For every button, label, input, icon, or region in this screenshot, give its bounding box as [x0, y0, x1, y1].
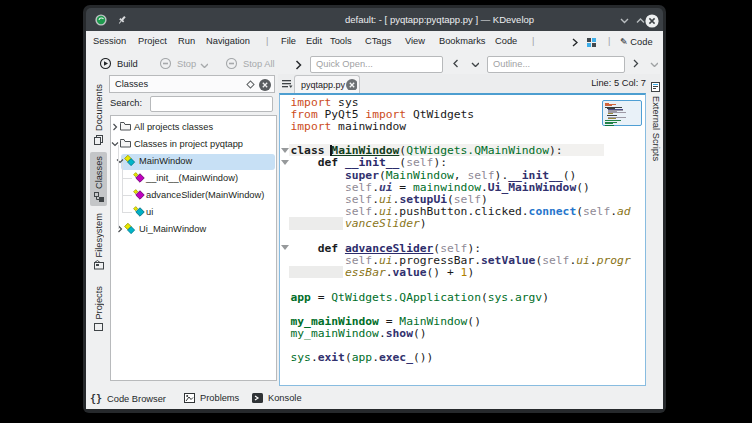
code-token: . — [372, 351, 379, 364]
code-token: . — [372, 181, 379, 194]
code-token: self — [345, 254, 372, 267]
statusbar-konsole-button[interactable]: Konsole — [252, 393, 302, 403]
code-token: def — [318, 242, 338, 255]
code-token: setValue — [481, 254, 535, 267]
sidebar-tab-label: External Scripts — [651, 96, 661, 161]
code-token: . — [311, 351, 318, 364]
code-token: ( — [447, 193, 454, 206]
code-token: mainwindow — [331, 120, 406, 133]
code-token: connect — [529, 205, 577, 218]
code-token: vanceSlider — [345, 217, 420, 230]
code-token: self — [406, 156, 433, 169]
minimize-button[interactable] — [620, 17, 629, 24]
fold-arrow-icon[interactable] — [281, 148, 289, 153]
window-content: SessionProjectRunNavigation|FileEditTool… — [86, 31, 663, 409]
fold-arrow-icon[interactable] — [281, 245, 289, 250]
code-token — [291, 205, 345, 218]
code-line: app = QtWidgets.QApplication(sys.argv) — [291, 291, 550, 304]
code-token: exit — [318, 351, 345, 364]
code-token: ui — [379, 181, 393, 194]
window-title: default: - [ pyqtapp:pyqtapp.py ] — KDev… — [345, 14, 534, 25]
scripts-icon — [651, 82, 660, 92]
titlebar[interactable]: default: - [ pyqtapp:pyqtapp.py ] — KDev… — [86, 8, 663, 33]
code-token: . — [481, 181, 488, 194]
sidebar-tab-external-scripts[interactable]: External Scripts — [648, 81, 663, 191]
code-token: my_mainWindow — [291, 315, 379, 328]
code-token — [291, 266, 345, 279]
close-button[interactable] — [645, 14, 659, 28]
code-token: value — [393, 266, 427, 279]
statusbar-code-browser-button[interactable]: {}Code Browser — [90, 393, 166, 404]
code-line: vanceSlider) — [291, 217, 427, 230]
fold-arrow-icon[interactable] — [281, 160, 289, 165]
code-token: import — [291, 120, 332, 133]
code-token: self — [454, 193, 481, 206]
minimap-line — [608, 118, 616, 119]
code-token: ) — [542, 291, 549, 304]
code-token: from — [291, 108, 318, 121]
code-token — [338, 242, 345, 255]
pin-icon[interactable] — [117, 15, 127, 25]
code-token: ) — [481, 193, 488, 206]
code-token: . — [372, 193, 379, 206]
code-token: my_mainWindow — [291, 327, 379, 340]
code-token: ): — [549, 144, 563, 157]
code-line: super(MainWindow, self).__init__() — [291, 169, 577, 182]
maximize-button[interactable] — [636, 17, 645, 24]
code-token: class — [291, 144, 325, 157]
code-token: self — [345, 181, 372, 194]
minimap-line — [605, 125, 614, 126]
code-token: ). — [495, 169, 509, 182]
code-token: progr — [597, 254, 631, 267]
code-token: = — [393, 181, 413, 194]
statusbar-problems-button[interactable]: Problems — [184, 393, 239, 403]
code-token: mainwindow — [413, 181, 481, 194]
code-token: () — [413, 327, 427, 340]
code-token: () — [467, 315, 481, 328]
code-token — [291, 156, 318, 169]
code-token: PyQt5 — [318, 108, 366, 121]
code-token: __init__ — [508, 169, 562, 182]
code-token: MainWindow — [399, 315, 467, 328]
code-line: def advanceSlider(self): — [291, 242, 482, 255]
code-token: QtWidgets — [406, 108, 474, 121]
line-col-indicator: Line: 5 Col: 7 — [591, 78, 646, 88]
code-token: Ui_MainWindow — [488, 181, 576, 194]
code-token: advanceSlider — [345, 242, 433, 255]
problems-icon — [184, 393, 195, 403]
code-token: self — [345, 193, 372, 206]
code-token: . — [379, 327, 386, 340]
code-token: super — [345, 169, 379, 182]
code-token — [291, 254, 345, 267]
code-token: app — [291, 291, 311, 304]
code-token: .progressBar. — [393, 254, 481, 267]
kdevelop-app-icon — [95, 14, 107, 26]
code-token: ad — [617, 205, 631, 218]
code-token: = — [379, 315, 399, 328]
tab-pyqtapp-py[interactable]: pyqtapp.py — [294, 75, 360, 93]
code-token: ) — [467, 266, 474, 279]
close-tab-icon[interactable] — [346, 79, 357, 90]
code-editor[interactable]: import sysfrom PyQt5 import QtWidgetsimp… — [279, 93, 646, 386]
code-token: . — [372, 254, 379, 267]
code-token: self — [467, 169, 494, 182]
screen: default: - [ pyqtapp:pyqtapp.py ] — KDev… — [0, 0, 752, 423]
code-line: self.ui.pushButton.clicked.connect(self.… — [291, 205, 631, 218]
code-token — [291, 169, 345, 182]
konsole-icon — [252, 393, 263, 403]
code-line: essBar.value() + 1) — [291, 266, 475, 279]
code-token: show — [386, 327, 413, 340]
code-token — [291, 181, 345, 194]
document-list-icon[interactable] — [281, 79, 293, 89]
code-token: self — [345, 205, 372, 218]
code-token: ui — [379, 254, 393, 267]
code-token: sys.argv — [488, 291, 542, 304]
code-token: ( — [481, 291, 488, 304]
code-token: self — [542, 254, 569, 267]
statusbar-label: Code Browser — [107, 394, 166, 404]
statusbar-label: Konsole — [268, 393, 302, 403]
statusbar-label: Problems — [200, 393, 239, 403]
code-token: QtWidgets.QMainWindow — [406, 144, 549, 157]
code-token: ( — [576, 205, 583, 218]
right-dock-tabbar: External Scripts — [648, 81, 663, 389]
